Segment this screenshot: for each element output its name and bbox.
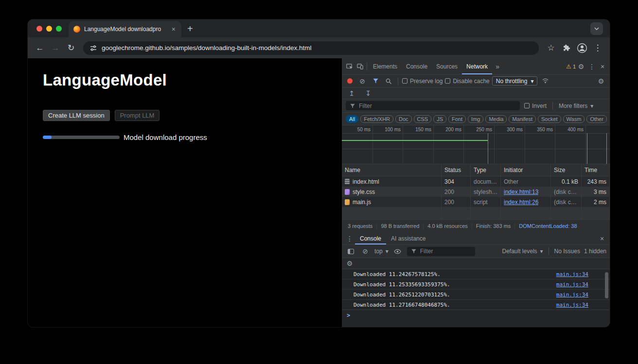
console-sidebar-icon[interactable] [345,246,356,257]
network-settings-icon[interactable]: ⚙ [596,76,606,87]
tab-elements[interactable]: Elements [369,58,402,74]
disable-cache-checkbox[interactable] [445,78,450,84]
filter-chip-media[interactable]: Media [485,115,507,123]
import-har-icon[interactable]: ↥ [346,88,357,99]
search-icon[interactable] [383,76,394,87]
throttling-select[interactable]: No throttling ▾ [492,76,538,86]
console-source-link[interactable]: main.js:34 [556,302,588,308]
resources-size: 4.0 kB resources [424,223,472,229]
network-conditions-icon[interactable] [540,76,550,87]
inspect-icon[interactable] [344,61,354,72]
bookmark-star-icon[interactable]: ☆ [544,41,558,55]
devtools-menu-icon[interactable]: ⋮ [586,61,597,72]
console-message: Downloaded 11.25335693359375%. main.js:3… [342,279,610,290]
filter-chip-socket[interactable]: Socket [538,115,561,123]
devtools-close-icon[interactable]: × [597,61,608,72]
initiator-link[interactable]: index.html:26 [504,199,538,206]
filter-toggle-icon[interactable] [370,76,381,87]
filter-chip-img[interactable]: Img [468,115,483,123]
initiator-link[interactable]: index.html:13 [504,189,538,195]
tab-sources[interactable]: Sources [432,58,462,74]
timeline-gridline [403,125,403,164]
tab-search-chevron-button[interactable] [590,22,603,35]
preserve-log-checkbox[interactable] [402,78,408,84]
filter-chip-css[interactable]: CSS [414,115,432,123]
timeline-gridline [463,125,464,164]
filter-chip-all[interactable]: All [346,115,358,123]
timeline-label: 100 ms [385,127,401,132]
invert-toggle[interactable]: Invert [524,103,547,109]
profile-avatar[interactable] [575,41,589,55]
export-har-icon[interactable]: ↧ [363,88,373,99]
network-overview[interactable]: 50 ms 100 ms 150 ms 200 ms 250 ms 300 ms… [342,125,610,164]
clear-network-log-icon[interactable]: ⊘ [357,76,368,87]
more-filters-button[interactable]: More filters ▾ [559,103,593,109]
warning-badge[interactable]: ⚠1 [566,63,576,70]
record-network-log-button[interactable] [347,78,353,84]
reload-button[interactable]: ↻ [64,41,78,55]
column-header-initiator[interactable]: Initiator [501,164,551,176]
filter-chip-js[interactable]: JS [433,115,446,123]
column-header-name[interactable]: Name [342,164,442,176]
filter-chip-wasm[interactable]: Wasm [563,115,585,123]
progress-label: Model download progress [124,133,207,141]
close-window-button[interactable] [36,26,42,32]
context-selector[interactable]: top ▾ [374,248,389,255]
browser-menu-icon[interactable]: ⋮ [590,41,605,55]
column-header-size[interactable]: Size [551,164,582,176]
console-prompt[interactable]: > [342,310,610,320]
console-source-link[interactable]: main.js:34 [556,292,588,298]
drawer-close-icon[interactable]: × [597,233,607,244]
filter-chip-doc[interactable]: Doc [395,115,412,123]
tab-console-drawer[interactable]: Console [355,232,386,244]
minimize-window-button[interactable] [46,26,52,32]
invert-checkbox[interactable] [524,103,530,108]
device-toolbar-icon[interactable] [354,61,365,72]
log-levels-select[interactable]: Default levels ▾ [502,248,543,255]
cell-status: 304 [442,176,471,187]
progress-row: Model download progress [43,133,342,141]
clear-console-icon[interactable]: ⊘ [360,246,371,257]
column-header-time[interactable]: Time [582,164,610,176]
puzzle-icon [563,44,571,52]
filter-chip-fetch-xhr[interactable]: Fetch/XHR [360,115,393,123]
address-bar[interactable]: googlechrome.github.io/samples/downloadi… [83,41,539,55]
table-row[interactable]: index.html 304 docum… Other 0.1 kB 243 m… [342,176,610,187]
console-scrollbar[interactable] [605,272,608,298]
console-source-link[interactable]: main.js:34 [556,271,588,277]
table-row[interactable]: main.js 200 script index.html:26 (disk c… [342,197,610,207]
preserve-log-toggle[interactable]: Preserve log [402,78,443,85]
console-settings-icon[interactable]: ⚙ [344,258,355,269]
console-source-link[interactable]: main.js:34 [556,281,588,288]
table-row[interactable]: style.css 200 stylesh… index.html:13 (di… [342,187,610,197]
hidden-messages-count[interactable]: 1 hidden [584,248,606,255]
column-header-status[interactable]: Status [442,164,471,176]
network-filter-input[interactable]: Filter [346,101,520,110]
filter-chip-manifest[interactable]: Manifest [509,115,536,123]
maximize-window-button[interactable] [56,26,62,32]
column-header-type[interactable]: Type [471,164,501,176]
timeline-lane-divider [342,149,610,149]
no-issues-status[interactable]: No Issues [554,248,580,255]
eye-icon[interactable] [392,246,403,257]
create-llm-session-button[interactable]: Create LLM session [43,110,110,121]
tab-ai-assistance[interactable]: AI assistance [386,232,430,244]
filter-chip-other[interactable]: Other [586,115,607,123]
chevron-down-icon: ▾ [531,78,533,85]
site-settings-icon[interactable] [90,45,97,52]
disable-cache-toggle[interactable]: Disable cache [445,78,489,85]
forward-button[interactable]: → [48,41,63,55]
new-tab-button[interactable]: + [187,24,193,34]
more-tabs-icon[interactable]: » [492,61,503,72]
tab-console[interactable]: Console [402,58,432,74]
drawer-menu-icon[interactable]: ⋮ [344,233,355,244]
console-filter-input[interactable]: Filter [407,247,475,256]
extensions-icon[interactable] [559,41,574,55]
browser-tab[interactable]: LanguageModel downloadpro × [69,21,181,37]
filter-chip-font[interactable]: Font [448,115,466,123]
tab-close-icon[interactable]: × [170,25,177,34]
tab-network[interactable]: Network [462,58,492,74]
back-button[interactable]: ← [33,41,47,55]
devtools-settings-icon[interactable]: ⚙ [576,61,586,72]
prompt-llm-button[interactable]: Prompt LLM [115,110,160,121]
